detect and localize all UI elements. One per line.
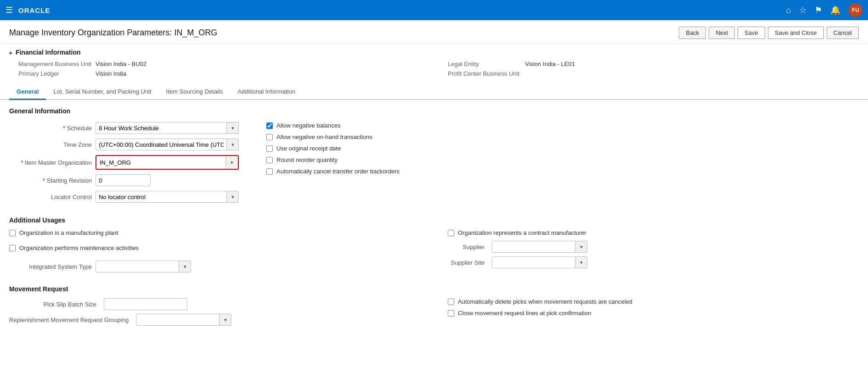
pick-slip-batch-input[interactable]	[104, 298, 187, 310]
schedule-input[interactable]	[96, 122, 227, 134]
timezone-dropdown-btn[interactable]: ▾	[227, 139, 239, 150]
additional-right-col: Organization represents a contract manuf…	[448, 229, 859, 276]
tab-additional-info[interactable]: Additional Information	[230, 84, 303, 100]
watchlist-icon[interactable]: ⚑	[815, 5, 822, 15]
contract-mfg-row: Organization represents a contract manuf…	[448, 229, 859, 236]
item-master-dropdown[interactable]: ▾	[96, 155, 239, 170]
timezone-input[interactable]	[96, 139, 227, 150]
locator-control-dropdown[interactable]: ▾	[96, 191, 239, 203]
close-movement-checkbox[interactable]	[448, 310, 454, 317]
round-reorder-row: Round reorder quantity	[266, 156, 859, 163]
integrated-system-input[interactable]	[96, 261, 179, 272]
starting-revision-input[interactable]	[96, 174, 151, 186]
cancel-button[interactable]: Cancel	[827, 27, 859, 39]
supplier-site-dropdown-btn[interactable]: ▾	[575, 256, 587, 268]
top-bar-actions: ⌂ ☆ ⚑ 🔔 FU	[786, 3, 862, 17]
profit-center-row: Profit Center Business Unit	[448, 70, 859, 77]
mfg-plant-row: Organization is a manufacturing plant	[9, 229, 420, 236]
replenishment-row: Replenishment Movement Request Grouping …	[9, 314, 420, 326]
round-reorder-label: Round reorder quantity	[276, 156, 338, 163]
tab-lot-serial[interactable]: Lot, Serial Number, and Packing Unit	[46, 84, 158, 100]
additional-checkboxes: Organization is a manufacturing plant Or…	[9, 229, 420, 256]
replenishment-input[interactable]	[136, 314, 220, 326]
page-header: Manage Inventory Organization Parameters…	[0, 20, 868, 44]
general-info-form: Schedule ▾ Time Zone ▾ Item Master Organ…	[9, 122, 859, 207]
schedule-dropdown[interactable]: ▾	[96, 122, 239, 134]
integrated-system-dropdown-btn[interactable]: ▾	[179, 261, 191, 272]
supplier-site-dropdown[interactable]: ▾	[492, 256, 587, 268]
round-reorder-checkbox[interactable]	[266, 157, 273, 163]
top-navigation: ☰ ORACLE ⌂ ☆ ⚑ 🔔 FU	[0, 0, 868, 20]
auto-delete-checkbox[interactable]	[448, 299, 454, 305]
use-original-receipt-checkbox[interactable]	[266, 145, 273, 152]
item-master-row: Item Master Organization ▾	[9, 155, 239, 170]
save-close-button[interactable]: Save and Close	[768, 27, 824, 39]
auto-delete-row: Automatically delete picks when movement…	[448, 298, 859, 305]
locator-control-dropdown-btn[interactable]: ▾	[227, 191, 239, 203]
save-button[interactable]: Save	[738, 27, 765, 39]
mgmt-bu-label: Management Business Unit	[18, 61, 92, 67]
contract-mfg-label: Organization represents a contract manuf…	[458, 229, 586, 236]
auto-cancel-row: Automatically cancel transfer order back…	[266, 168, 859, 175]
primary-ledger-label: Primary Ledger	[18, 70, 92, 77]
next-button[interactable]: Next	[709, 27, 735, 39]
movement-left-col: Pick Slip Batch Size Replenishment Movem…	[9, 298, 420, 329]
supplier-dropdown-btn[interactable]: ▾	[575, 241, 587, 253]
mgmt-bu-value: Vision India - BU02	[96, 61, 147, 67]
mfg-plant-checkbox[interactable]	[9, 230, 16, 236]
supplier-site-row: Supplier Site ▾	[448, 256, 859, 268]
tab-item-sourcing[interactable]: Item Sourcing Details	[159, 84, 231, 100]
general-info-title: General Information	[9, 107, 859, 115]
additional-usages-form: Organization is a manufacturing plant Or…	[9, 229, 859, 276]
favorites-icon[interactable]: ☆	[799, 5, 806, 15]
tab-general[interactable]: General	[9, 84, 46, 100]
integrated-system-row: Integrated System Type ▾	[9, 261, 420, 272]
notifications-icon[interactable]: 🔔	[830, 5, 840, 15]
supplier-dropdown[interactable]: ▾	[492, 241, 587, 253]
locator-control-input[interactable]	[96, 191, 227, 203]
avatar[interactable]: FU	[849, 3, 862, 17]
general-right-column: Allow negative balances Allow negative o…	[266, 122, 859, 207]
use-original-receipt-label: Use original receipt date	[276, 145, 341, 152]
contract-mfg-checkbox[interactable]	[448, 230, 454, 236]
close-movement-row: Close movement request lines at pick con…	[448, 310, 859, 317]
supplier-site-input[interactable]	[492, 256, 575, 268]
back-button[interactable]: Back	[679, 27, 706, 39]
movement-request-section: Movement Request Pick Slip Batch Size Re…	[9, 285, 859, 329]
supplier-row: Supplier ▾	[448, 241, 859, 253]
financial-section-title: Financial Information	[16, 49, 81, 56]
maintenance-checkbox[interactable]	[9, 245, 16, 251]
timezone-label: Time Zone	[9, 141, 92, 148]
timezone-dropdown[interactable]: ▾	[96, 139, 239, 150]
pick-slip-batch-label: Pick Slip Batch Size	[9, 301, 96, 308]
primary-ledger-value: Vision India	[96, 70, 126, 77]
oracle-logo: ORACLE	[18, 6, 50, 14]
item-master-input[interactable]	[97, 156, 225, 168]
hamburger-menu-icon[interactable]: ☰	[6, 5, 13, 15]
header-action-buttons: Back Next Save Save and Close Cancel	[679, 27, 859, 39]
replenishment-dropdown[interactable]: ▾	[136, 314, 231, 326]
supplier-input[interactable]	[492, 241, 575, 253]
home-icon[interactable]: ⌂	[786, 6, 791, 15]
replenishment-dropdown-btn[interactable]: ▾	[220, 314, 231, 326]
close-movement-label: Close movement request lines at pick con…	[458, 310, 591, 317]
use-original-receipt-row: Use original receipt date	[266, 145, 859, 152]
allow-negative-checkbox[interactable]	[266, 122, 273, 129]
locator-control-label: Locator Control	[9, 194, 92, 200]
integrated-system-dropdown[interactable]: ▾	[96, 261, 191, 272]
supplier-site-label: Supplier Site	[448, 259, 485, 266]
mgmt-bu-row: Management Business Unit Vision India - …	[18, 61, 429, 67]
auto-cancel-label: Automatically cancel transfer order back…	[276, 168, 400, 175]
movement-request-title: Movement Request	[9, 285, 859, 293]
schedule-dropdown-btn[interactable]: ▾	[227, 122, 239, 134]
item-master-dropdown-btn[interactable]: ▾	[225, 156, 237, 168]
allow-negative-row: Allow negative balances	[266, 122, 859, 129]
auto-cancel-checkbox[interactable]	[266, 168, 273, 175]
tab-bar: General Lot, Serial Number, and Packing …	[0, 84, 868, 100]
schedule-label: Schedule	[9, 125, 92, 132]
allow-negative-onhand-checkbox[interactable]	[266, 134, 273, 140]
page-title: Manage Inventory Organization Parameters…	[9, 28, 217, 38]
supplier-label: Supplier	[448, 244, 485, 250]
collapse-arrow-icon[interactable]: ▴	[9, 49, 12, 56]
financial-info-grid: Management Business Unit Vision India - …	[0, 59, 868, 82]
